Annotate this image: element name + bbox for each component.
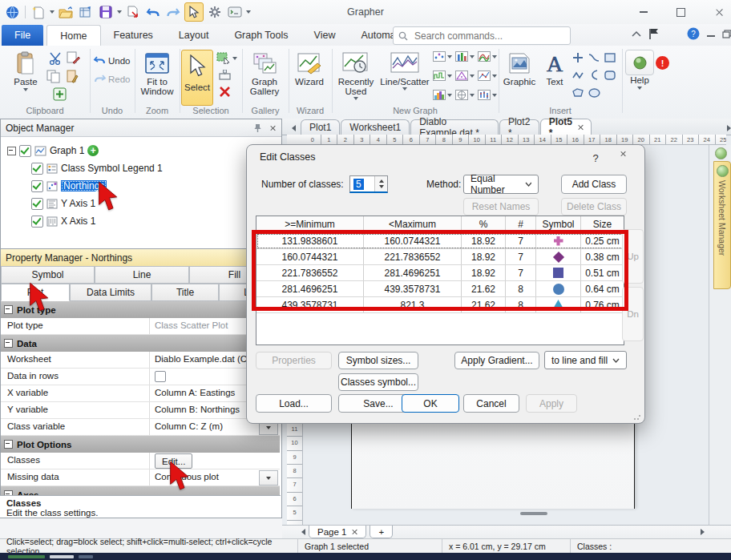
new-document-icon[interactable] <box>30 3 47 21</box>
tab-line[interactable]: Line <box>95 266 189 284</box>
delete-class-button[interactable]: Delete Class <box>561 198 627 216</box>
qat-overflow-icon[interactable] <box>246 10 251 14</box>
page-scroll-left-icon[interactable] <box>301 529 305 535</box>
arc-shape-icon[interactable] <box>588 70 600 80</box>
line-markers-mini-button[interactable] <box>478 71 497 81</box>
apply-gradient-button[interactable]: Apply Gradient... <box>454 352 539 369</box>
doc-minimize-icon[interactable] <box>707 35 715 37</box>
fit-to-window-button[interactable]: Fit to Window <box>136 50 178 104</box>
cut-button[interactable] <box>48 52 63 65</box>
load-button[interactable]: Load... <box>256 394 332 413</box>
doc-tab-diablo[interactable]: Diablo Example.dat * <box>410 119 499 135</box>
doc-tab-plot1[interactable]: Plot1 <box>301 119 340 135</box>
worksheet-manager-orb-icon[interactable] <box>715 147 727 159</box>
tree-item-x-axis[interactable]: X Axis 1 <box>7 212 281 230</box>
save-icon[interactable] <box>97 3 115 21</box>
tab-data-limits[interactable]: Data Limits <box>70 284 151 301</box>
step-plot-mini-button[interactable] <box>433 71 452 81</box>
add-class-button[interactable]: Add Class <box>561 175 627 194</box>
open-file-icon[interactable] <box>57 3 75 21</box>
dialog-resize-grip[interactable] <box>633 413 641 421</box>
tab-features[interactable]: Features <box>101 25 166 46</box>
tab-scroll-right-icon[interactable] <box>727 125 731 131</box>
block-select-button[interactable] <box>216 52 237 64</box>
northings-checkbox[interactable] <box>31 180 43 192</box>
class-row-3[interactable]: 221.7836552281.4696251 18.927 0.51 cm <box>256 265 624 281</box>
spinner-arrows[interactable] <box>374 176 387 191</box>
rectangle-shape-icon[interactable] <box>604 53 616 62</box>
polar-mini-button[interactable] <box>455 90 475 100</box>
new-page-tab[interactable]: + <box>370 526 393 538</box>
open-worksheet-icon[interactable] <box>77 3 95 21</box>
select-button[interactable]: Select <box>181 50 213 106</box>
tree-item-legend[interactable]: Class Symbol Legend 1 <box>7 159 281 177</box>
tab-file[interactable]: File <box>2 25 43 46</box>
tab-home[interactable]: Home <box>46 25 100 47</box>
class-row-1[interactable]: 131.9838601160.0744321 18.927 0.25 cm <box>256 233 624 249</box>
tree-item-y-axis[interactable]: Y Axis 1 <box>7 195 281 212</box>
command-search[interactable] <box>393 26 571 45</box>
gradient-target-dropdown[interactable]: to line and fill <box>544 351 627 369</box>
graphic-button[interactable]: Graphic <box>500 50 539 104</box>
number-of-classes-input[interactable]: 5 <box>349 175 388 193</box>
section-plot-type[interactable]: Plot type <box>1 301 280 318</box>
paste-special-button[interactable] <box>66 69 79 83</box>
window-close-button[interactable] <box>705 5 731 19</box>
tree-item-graph1[interactable]: Graph 1 + <box>7 142 281 159</box>
export-icon[interactable] <box>124 3 142 21</box>
data-in-rows-checkbox[interactable] <box>155 371 166 382</box>
help-button[interactable]: Help <box>624 50 656 104</box>
dialog-help-button[interactable]: ? <box>588 150 604 166</box>
close-tab-icon[interactable] <box>577 124 583 131</box>
copy-format-button[interactable] <box>66 50 80 65</box>
app-logo-icon[interactable] <box>3 3 21 21</box>
script-options-icon[interactable] <box>226 3 244 21</box>
histogram-mini-button[interactable] <box>433 90 452 100</box>
collapse-ribbon-icon[interactable] <box>632 30 641 37</box>
graph1-checkbox[interactable] <box>19 145 31 157</box>
doc-tab-plot2[interactable]: Plot2 * <box>499 119 539 135</box>
class-row-4[interactable]: 281.4696251439.3578731 21.628 0.64 cm <box>256 281 624 297</box>
hi-low-mini-button[interactable] <box>478 90 497 100</box>
polyline-shape-icon[interactable] <box>572 52 584 63</box>
tab-plot[interactable]: Plot <box>1 284 70 301</box>
recently-used-button[interactable]: Recently Used <box>333 50 378 104</box>
polygon-shape-icon[interactable] <box>572 87 584 98</box>
doc-tab-plot5[interactable]: Plot5 * <box>540 119 592 135</box>
bar-mini-button[interactable] <box>455 51 475 62</box>
page1-tab[interactable]: Page 1 <box>309 526 366 538</box>
apply-button[interactable]: Apply <box>526 394 577 413</box>
reset-names-button[interactable]: Reset Names <box>463 198 539 216</box>
save-dropdown-icon[interactable] <box>117 10 122 14</box>
ternary-mini-button[interactable] <box>455 71 475 81</box>
copy-button[interactable] <box>46 70 61 83</box>
spline-shape-icon[interactable] <box>588 52 600 63</box>
close-panel-icon[interactable] <box>270 125 277 131</box>
line-scatter-button[interactable]: Line/Scatter <box>380 50 430 104</box>
doc-tab-worksheet1[interactable]: Worksheet1 <box>341 119 410 135</box>
duplicate-button[interactable] <box>53 87 67 101</box>
splitter-handle[interactable] <box>520 512 547 515</box>
tab-graph-tools[interactable]: Graph Tools <box>221 25 301 46</box>
section-plot-options[interactable]: Plot Options <box>1 436 280 453</box>
tab-title[interactable]: Title <box>151 284 219 301</box>
window-maximize-button[interactable] <box>667 5 694 19</box>
worksheet-manager-tab[interactable]: Worksheet Manager <box>713 161 731 289</box>
symbol-sizes-button[interactable]: Symbol sizes... <box>338 352 418 369</box>
select-tool-icon[interactable] <box>184 2 204 22</box>
help-circle-icon[interactable]: ? <box>687 27 700 40</box>
section-axes[interactable]: Axes <box>1 486 280 495</box>
tab-view[interactable]: View <box>301 25 349 46</box>
window-minimize-button[interactable] <box>630 5 657 19</box>
feedback-flag-icon[interactable] <box>648 28 659 39</box>
zigzag-shape-icon[interactable] <box>572 71 584 80</box>
graph-gallery-button[interactable]: Graph Gallery <box>244 50 285 104</box>
text-button[interactable]: A Text <box>540 50 569 104</box>
tab-layout[interactable]: Layout <box>166 25 222 46</box>
redo-button[interactable]: Redo <box>93 74 131 84</box>
section-data[interactable]: Data <box>1 335 280 352</box>
rounded-rectangle-shape-icon[interactable] <box>604 71 616 80</box>
method-dropdown[interactable]: Equal Number <box>463 175 539 194</box>
undo-icon[interactable] <box>144 3 162 21</box>
class-row-5[interactable]: 439.3578731821.3 21.628 0.76 cm <box>256 297 624 313</box>
